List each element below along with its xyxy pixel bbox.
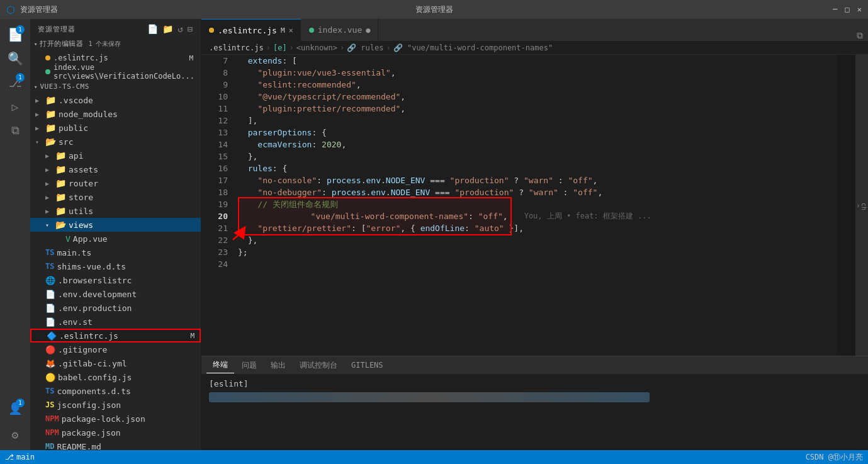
tree-item-src[interactable]: ▾ 📂 src (30, 135, 201, 149)
store-folder-icon: 📁 (55, 192, 66, 202)
new-folder-icon[interactable]: 📁 (162, 24, 174, 34)
minimap (837, 55, 855, 356)
tree-item-node-modules[interactable]: ▶ 📁 node_modules (30, 107, 201, 121)
split-editor-icon[interactable]: ⧉ (857, 30, 863, 41)
tree-item-env-dev[interactable]: 📄 .env.development (30, 287, 201, 301)
panel-tab-output[interactable]: 输出 (264, 358, 292, 373)
activity-settings[interactable]: ⚙ (4, 424, 26, 445)
shimsvue-icon: TS (45, 262, 54, 271)
activity-run[interactable]: ▷ (4, 96, 26, 117)
git-branch-label[interactable]: main (16, 453, 35, 461)
activity-extensions[interactable]: ⧉ (4, 120, 26, 141)
tree-item-public[interactable]: ▶ 📁 public (30, 121, 201, 135)
collapse-icon[interactable]: ⊟ (188, 24, 193, 34)
tab-eslintrc[interactable]: .eslintrc.js M ✕ (201, 19, 302, 41)
minimize-btn[interactable]: ─ (833, 5, 837, 14)
problems-tab-label: 问题 (242, 361, 257, 370)
tree-item-shimsvue[interactable]: TS shims-vue.d.ts (30, 259, 201, 273)
breadcrumb-file[interactable]: .eslintrc.js (209, 43, 264, 52)
node-modules-folder-icon: 📁 (45, 109, 56, 119)
activity-source-control[interactable]: ⎇ 1 (4, 72, 26, 93)
eslintrc-icon: 🔷 (47, 331, 57, 341)
git-blame-line-20: You, 上周 • feat: 框架搭建 ... (524, 210, 651, 222)
open-editor-indexvue[interactable]: index.vue src\views\VerificationCodeLo..… (30, 65, 201, 79)
src-folder-icon: 📂 (45, 137, 56, 147)
right-sidebar-toggle[interactable]: › ch (855, 55, 868, 356)
env-st-icon: 📄 (45, 317, 55, 327)
tree-item-assets[interactable]: ▶ 📁 assets (30, 162, 201, 176)
jsconfig-label: jsconfig.json (57, 400, 121, 410)
tree-item-api[interactable]: ▶ 📁 api (30, 149, 201, 162)
tree-item-components-dts[interactable]: TS components.d.ts (30, 384, 201, 398)
debug-console-tab-label: 调试控制台 (300, 361, 337, 370)
panel-tab-problems[interactable]: 问题 (235, 358, 263, 373)
tree-item-store[interactable]: ▶ 📁 store (30, 190, 201, 204)
tree-item-eslintrc[interactable]: 🔷 .eslintrc.js M (30, 329, 201, 342)
tab-indexvue-close-icon[interactable]: ● (366, 26, 370, 35)
panel-tab-terminal[interactable]: 终端 (206, 357, 234, 373)
breadcrumb-sep1: › (266, 43, 271, 52)
breadcrumb-unknown[interactable]: <unknown> (296, 43, 337, 52)
maximize-btn[interactable]: □ (845, 5, 850, 14)
panel-tabs: 终端 问题 输出 调试控制台 GITLENS (201, 356, 868, 374)
tree-item-package-lock[interactable]: NPM package-lock.json (30, 412, 201, 426)
right-sidebar-label: ch (860, 203, 867, 210)
window-controls[interactable]: ─ □ ✕ (833, 5, 862, 14)
panel-tab-gitlens[interactable]: GITLENS (345, 358, 390, 372)
breadcrumb-rules[interactable]: 🔗 rules (347, 43, 383, 52)
activity-search[interactable]: 🔍 (4, 48, 26, 69)
code-line-16: rules: { (238, 162, 837, 174)
panel-tab-debug-console[interactable]: 调试控制台 (293, 358, 344, 373)
refresh-icon[interactable]: ↺ (178, 24, 183, 34)
babel-icon: 🟡 (45, 373, 55, 382)
router-label: router (69, 179, 98, 188)
eslintrc-modified-badge: M (189, 54, 193, 62)
breadcrumb-e-icon[interactable]: [e] (273, 43, 287, 52)
tree-item-utils[interactable]: ▶ 📁 utils (30, 204, 201, 218)
code-line-11: "plugin:prettier/recommended", (238, 103, 837, 115)
close-btn[interactable]: ✕ (857, 5, 862, 14)
tab-bar-right-actions: ⧉ (852, 30, 868, 41)
code-line-20: "vue/multi-word-component-names": "off",… (238, 210, 837, 222)
chevron-down-icon: ▾ (34, 41, 37, 47)
activity-account[interactable]: 👤 1 (4, 397, 26, 419)
tab-indexvue[interactable]: index.vue ● (302, 19, 379, 41)
utils-arrow-icon: ▶ (45, 208, 55, 215)
code-content[interactable]: extends: [ "plugin:vue/vue3-essential", … (233, 55, 837, 356)
tree-item-gitlab[interactable]: 🦊 .gitlab-ci.yml (30, 356, 201, 370)
tab-eslintrc-dot (209, 28, 214, 33)
vscode-label: .vscode (59, 96, 93, 105)
activity-explorer[interactable]: 📄 1 (4, 24, 26, 45)
components-dts-label: components.d.ts (57, 387, 130, 396)
tree-item-package[interactable]: NPM package.json (30, 426, 201, 439)
store-arrow-icon: ▶ (45, 194, 55, 201)
vscode-arrow-icon: ▶ (35, 97, 45, 104)
tree-item-browserslistrc[interactable]: 🌐 .browserslistrc (30, 273, 201, 287)
tree-item-readme[interactable]: MD README.md (30, 439, 201, 450)
open-editors-section: ▾ 打开的编辑器 1 个未保存 .eslintrc.js M index.vue… (30, 37, 201, 79)
tree-item-env-prod[interactable]: 📄 .env.production (30, 301, 201, 315)
tree-item-router[interactable]: ▶ 📁 router (30, 176, 201, 190)
open-editors-header[interactable]: ▾ 打开的编辑器 1 个未保存 (30, 37, 201, 51)
tab-eslintrc-modified: M (281, 26, 285, 35)
tree-item-appvue[interactable]: V App.vue (30, 232, 201, 246)
code-line-24 (238, 258, 837, 270)
tree-item-babel[interactable]: 🟡 babel.config.js (30, 370, 201, 384)
tree-item-vscode[interactable]: ▶ 📁 .vscode (30, 93, 201, 107)
tree-item-views[interactable]: ▾ 📂 views (30, 218, 201, 232)
tree-item-jsconfig[interactable]: JS jsconfig.json (30, 398, 201, 412)
sidebar-header-actions: 📄 📁 ↺ ⊟ (147, 24, 193, 34)
tree-item-gitignore[interactable]: 🔴 .gitignore (30, 342, 201, 356)
new-file-icon[interactable]: 📄 (147, 24, 159, 34)
tab-indexvue-label: index.vue (318, 25, 362, 35)
tree-item-maints[interactable]: TS main.ts (30, 246, 201, 259)
vue-dot (45, 69, 50, 74)
tree-item-env-st[interactable]: 📄 .env.st (30, 315, 201, 329)
breadcrumb-sep4: › (386, 43, 390, 52)
csdn-watermark: CSDN @⑪小月亮 (806, 452, 863, 463)
tab-eslintrc-close-icon[interactable]: ✕ (289, 26, 293, 35)
filetree-section-header[interactable]: ▾ Vue3-ts-cms (30, 80, 201, 93)
breadcrumb-rule-name[interactable]: 🔗 "vue/multi-word-component-names" (393, 43, 553, 52)
maints-icon: TS (45, 248, 54, 257)
status-right: CSDN @⑪小月亮 (806, 452, 863, 463)
